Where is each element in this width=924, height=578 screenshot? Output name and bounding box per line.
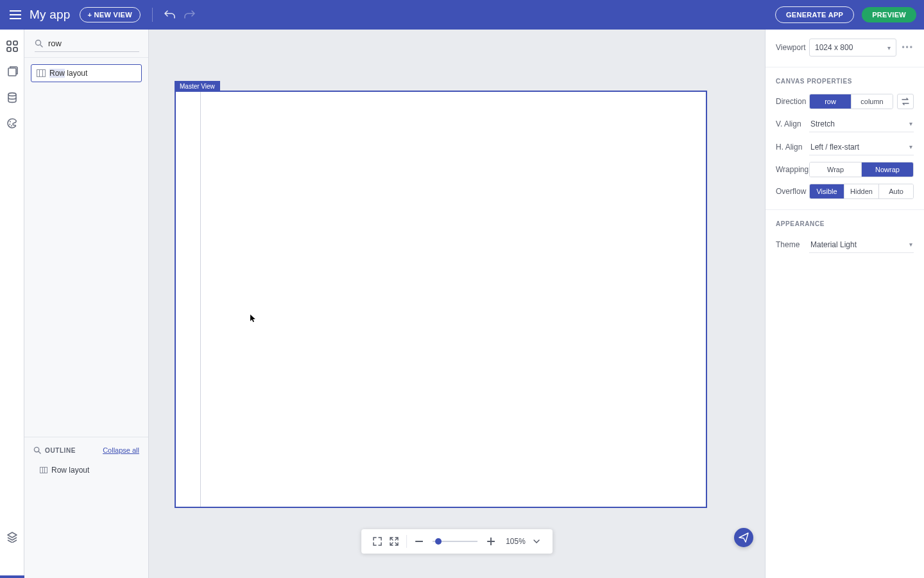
- overflow-hidden-option[interactable]: Hidden: [844, 184, 879, 198]
- new-view-button[interactable]: + NEW VIEW: [80, 7, 141, 22]
- rail-pages-icon[interactable]: [2, 62, 22, 82]
- menu-icon[interactable]: [6, 6, 24, 24]
- zoom-value: 105%: [506, 537, 526, 546]
- zoom-toolbar: 105%: [361, 529, 552, 554]
- wrapping-label: Wrapping: [776, 165, 809, 174]
- wrapping-nowrap-option[interactable]: Nowrap: [862, 162, 913, 177]
- outline-item-label: Row layout: [51, 466, 89, 475]
- direction-label: Direction: [776, 97, 809, 106]
- svg-rect-4: [8, 68, 16, 76]
- halign-select[interactable]: Left / flex-start ▾: [809, 139, 914, 155]
- viewport-value: 1024 x 800: [815, 43, 853, 52]
- fit-screen-icon[interactable]: [369, 533, 386, 550]
- overflow-segmented: Visible Hidden Auto: [809, 184, 914, 199]
- theme-value: Material Light: [810, 240, 857, 249]
- search-row: [24, 30, 148, 58]
- outline-title: OUTLINE: [45, 447, 76, 454]
- header-divider: [152, 8, 153, 22]
- preview-button[interactable]: PREVIEW: [862, 7, 916, 22]
- rail-active-indicator: [0, 575, 24, 578]
- row-layout-icon: [40, 467, 47, 473]
- collapse-all-link[interactable]: Collapse all: [103, 446, 139, 454]
- row-layout-icon: [37, 69, 46, 77]
- search-icon: [35, 39, 43, 48]
- send-fab[interactable]: [734, 528, 753, 547]
- rail-layers-icon[interactable]: [2, 527, 22, 547]
- wrapping-wrap-option[interactable]: Wrap: [810, 162, 862, 177]
- svg-rect-1: [13, 41, 17, 45]
- svg-rect-3: [13, 48, 17, 51]
- app-header: My app + NEW VIEW GENERATE APP PREVIEW: [0, 0, 924, 30]
- rail-theme-icon[interactable]: [2, 113, 22, 134]
- svg-point-7: [9, 124, 10, 125]
- fullscreen-icon[interactable]: [386, 533, 402, 550]
- direction-row-option[interactable]: row: [810, 94, 851, 109]
- component-result-label: Row layout: [49, 69, 87, 78]
- svg-rect-2: [7, 48, 11, 51]
- wrapping-segmented: Wrap Nowrap: [809, 162, 914, 177]
- svg-point-10: [34, 447, 38, 451]
- viewport-label: Viewport: [776, 43, 809, 52]
- svg-point-6: [10, 121, 11, 123]
- zoom-out-button[interactable]: [411, 533, 427, 550]
- chevron-down-icon: ▾: [887, 44, 891, 51]
- overflow-label: Overflow: [776, 187, 809, 196]
- zoom-slider[interactable]: [432, 541, 477, 542]
- zoom-in-button[interactable]: [483, 533, 499, 550]
- theme-label: Theme: [776, 240, 809, 249]
- undo-button[interactable]: [162, 6, 178, 23]
- direction-segmented: row column: [809, 94, 893, 109]
- direction-column-option[interactable]: column: [851, 94, 893, 109]
- outline-panel: OUTLINE Collapse all Row layout: [24, 437, 148, 578]
- halign-label: H. Align: [776, 143, 809, 152]
- overflow-auto-option[interactable]: Auto: [879, 184, 913, 198]
- chevron-down-icon: ▾: [909, 120, 912, 127]
- viewport-select[interactable]: 1024 x 800 ▾: [809, 39, 896, 57]
- svg-point-8: [11, 125, 12, 127]
- valign-value: Stretch: [810, 119, 835, 128]
- search-input[interactable]: [48, 39, 156, 48]
- valign-select[interactable]: Stretch ▾: [809, 116, 914, 132]
- more-options-icon[interactable]: •••: [902, 43, 914, 52]
- app-title: My app: [30, 8, 71, 22]
- redo-button[interactable]: [181, 6, 198, 23]
- properties-panel: Viewport 1024 x 800 ▾ ••• CANVAS PROPERT…: [765, 30, 924, 578]
- zoom-dropdown-icon[interactable]: [528, 533, 545, 550]
- svg-rect-11: [415, 541, 423, 542]
- canvas-area[interactable]: Master View 105%: [149, 30, 765, 578]
- canvas-frame[interactable]: [175, 91, 707, 508]
- rail-data-icon[interactable]: [2, 87, 22, 108]
- chevron-down-icon: ▾: [909, 241, 912, 248]
- section-title-canvas: CANVAS PROPERTIES: [776, 78, 914, 85]
- swap-direction-icon[interactable]: [897, 94, 914, 109]
- valign-label: V. Align: [776, 119, 809, 128]
- overflow-visible-option[interactable]: Visible: [810, 184, 844, 198]
- left-rail: [0, 30, 24, 578]
- components-panel: Row layout OUTLINE Collapse all Row layo…: [24, 30, 149, 578]
- svg-point-5: [8, 93, 16, 96]
- generate-app-button[interactable]: GENERATE APP: [775, 6, 854, 23]
- section-title-appearance: APPEARANCE: [776, 220, 914, 227]
- halign-value: Left / flex-start: [810, 143, 859, 152]
- rail-components-icon[interactable]: [2, 36, 22, 57]
- svg-rect-0: [7, 41, 11, 45]
- component-result-row-layout[interactable]: Row layout: [31, 64, 142, 82]
- search-icon: [33, 446, 41, 454]
- chevron-down-icon: ▾: [909, 143, 912, 150]
- theme-select[interactable]: Material Light ▾: [809, 236, 914, 253]
- svg-point-9: [36, 40, 41, 46]
- outline-item-row-layout[interactable]: Row layout: [33, 466, 139, 475]
- canvas-guide-line: [200, 92, 201, 507]
- cursor-icon: [250, 314, 256, 323]
